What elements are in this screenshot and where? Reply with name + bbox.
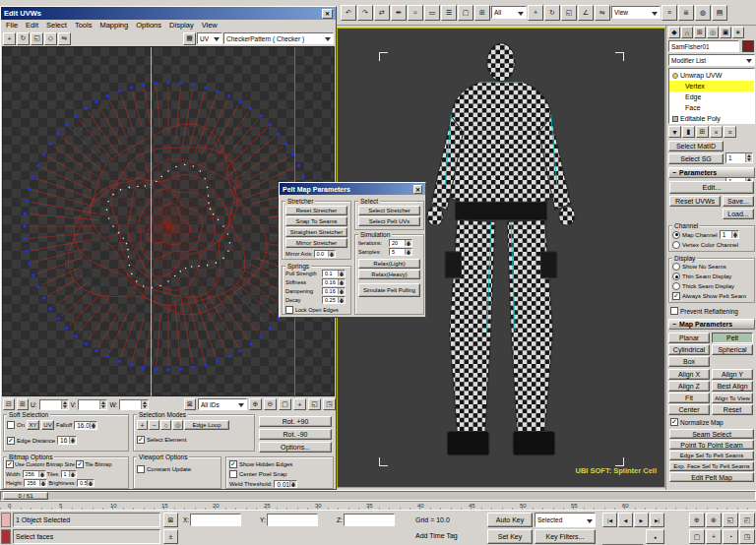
zoom-in-icon[interactable]: ⊕ <box>249 398 262 410</box>
menu-select[interactable]: Select <box>43 21 70 30</box>
absolute-mode-icon[interactable]: ⊟ <box>3 398 15 410</box>
shrink-selection-icon[interactable]: − <box>149 420 159 430</box>
time-slider-handle[interactable]: 0 / 61 <box>3 492 48 500</box>
z-field[interactable] <box>344 514 395 526</box>
falloff-spinner[interactable]: 16.0 <box>74 421 97 430</box>
use-custom-bitmap-size-checkbox[interactable] <box>6 460 14 468</box>
edge-distance-spinner[interactable]: 16 <box>57 436 77 445</box>
unlink-icon[interactable]: ⇹ <box>391 5 407 21</box>
tab-create-icon[interactable]: ◆ <box>668 27 680 38</box>
maxscript-macro-pane[interactable] <box>1 513 11 527</box>
selection-filter-dropdown[interactable]: All <box>491 6 527 19</box>
options-button[interactable]: Options... <box>259 442 332 453</box>
thin-seam-radio[interactable] <box>672 272 680 280</box>
select-object-icon[interactable]: ▭ <box>424 5 440 21</box>
menu-view[interactable]: View <box>199 21 220 30</box>
reset-uvws-button[interactable]: Reset UVWs <box>669 196 721 207</box>
go-start-icon[interactable]: |◀ <box>602 513 617 527</box>
vertex-color-radio[interactable] <box>672 241 680 249</box>
tile-bitmap-checkbox[interactable] <box>76 460 84 468</box>
select-matid-button[interactable]: Select MatID <box>668 141 724 151</box>
lock-selection-icon[interactable]: ⊠ <box>163 513 178 527</box>
x-field[interactable] <box>190 514 241 526</box>
stiffness-spinner[interactable]: 0.16 <box>322 278 346 286</box>
maximize-viewport-icon[interactable]: ◳ <box>739 529 755 544</box>
grow-selection-icon[interactable]: + <box>137 420 148 430</box>
material-editor-icon[interactable]: ◍ <box>695 5 711 21</box>
samples-spinner[interactable]: 5 <box>389 248 412 256</box>
snap-toggle-icon[interactable]: ∠ <box>578 5 594 21</box>
stack-item-editable-poly[interactable]: Editable Poly <box>669 113 754 124</box>
pin-stack-icon[interactable]: ▼ <box>668 126 681 138</box>
pull-strength-spinner[interactable]: 0.1 <box>322 270 346 277</box>
align-z-button[interactable]: Align Z <box>668 381 710 392</box>
cylindrical-button[interactable]: Cylindrical <box>668 344 710 355</box>
texture-dropdown[interactable]: CheckerPattern ( Checker ) <box>223 32 334 44</box>
decay-spinner[interactable]: 0.25 <box>322 296 346 304</box>
ref-coord-dropdown[interactable]: View <box>611 6 661 19</box>
tab-motion-icon[interactable]: ◎ <box>707 27 719 38</box>
tab-utilities-icon[interactable]: ∗ <box>732 27 744 38</box>
weld-threshold-spinner[interactable]: 0.01 <box>274 480 297 488</box>
edit-pelt-map-button[interactable]: Edit Pelt Map <box>669 472 754 482</box>
tab-display-icon[interactable]: ▣ <box>720 27 731 38</box>
menu-mapping[interactable]: Mapping <box>96 21 131 30</box>
straighten-stretcher-button[interactable]: Straighten Stretcher <box>285 227 347 237</box>
key-selection-dropdown[interactable]: Selected <box>535 513 596 527</box>
tab-modify-icon[interactable]: ∩ <box>681 27 693 38</box>
center-button[interactable]: Center <box>668 404 710 415</box>
simulate-pelt-pulling-button[interactable]: Simulate Pelt Pulling <box>358 283 420 297</box>
render-icon[interactable]: ▤ <box>712 5 727 21</box>
zoom-region-icon[interactable]: ▢ <box>279 398 291 410</box>
u-field[interactable] <box>39 399 69 410</box>
relax-heavy-button[interactable]: Relax(Heavy) <box>358 270 420 279</box>
prevent-reflattening-checkbox[interactable] <box>670 307 678 315</box>
rotate-icon[interactable]: ↻ <box>17 32 30 45</box>
select-by-name-icon[interactable]: ☰ <box>441 5 457 21</box>
planar-button[interactable]: Planar <box>668 333 710 343</box>
mirror-axis-spinner[interactable]: 0.0 <box>314 250 336 258</box>
arc-rotate-icon[interactable]: ◔ <box>723 529 738 544</box>
configure-modifier-icon[interactable]: ≡ <box>724 126 736 138</box>
align-y-button[interactable]: Align Y <box>712 369 753 380</box>
redo-icon[interactable]: ↷ <box>357 5 373 21</box>
close-icon[interactable]: ✕ <box>413 185 422 194</box>
stack-item-unwrap-uvw[interactable]: Unwrap UVW <box>669 70 754 81</box>
menu-options[interactable]: Options <box>133 21 164 30</box>
v-field[interactable] <box>78 399 107 410</box>
add-time-tag[interactable]: Add Time Tag <box>415 532 458 539</box>
bind-spacewarp-icon[interactable]: ≈ <box>408 5 423 21</box>
stack-item-edge[interactable]: Edge <box>669 91 754 102</box>
height-spinner[interactable]: 256 <box>24 479 47 487</box>
layer-manager-icon[interactable]: ≣ <box>678 5 694 21</box>
absolute-offset-mode-icon[interactable]: ± <box>163 529 178 544</box>
select-link-icon[interactable]: ⇄ <box>374 5 390 21</box>
freeform-icon[interactable]: ◇ <box>44 32 57 45</box>
zoom-extents-icon[interactable]: ◱ <box>723 513 738 527</box>
move-icon[interactable]: + <box>528 5 543 21</box>
region-select-icon[interactable]: ▢ <box>458 5 473 21</box>
select-pelt-uvs-button[interactable]: Select Pelt UVs <box>358 216 420 226</box>
align-to-view-button[interactable]: Align To View <box>712 393 753 403</box>
rotate-minus-90-button[interactable]: Rot. -90 <box>259 429 332 440</box>
uv-coord-dropdown[interactable]: UV <box>197 32 222 44</box>
xy-button[interactable]: XY <box>27 420 39 430</box>
edit-uvws-titlebar[interactable]: Edit UVWs ✕ <box>1 7 336 20</box>
map-parameters-rollout-header[interactable]: Map Parameters <box>668 319 755 330</box>
set-key-button[interactable]: Set Key <box>487 529 533 544</box>
reset-stretcher-button[interactable]: Reset Stretcher <box>285 206 347 215</box>
seam-select-button[interactable]: Seam Select <box>669 429 754 439</box>
mirror-icon[interactable]: ⇋ <box>595 5 610 21</box>
move-icon[interactable]: + <box>3 32 16 45</box>
material-id-filter-dropdown[interactable]: All IDs <box>198 398 247 410</box>
edge-loop-button[interactable]: Edge Loop <box>184 420 229 430</box>
load-uvws-button[interactable]: Load... <box>723 209 754 219</box>
ring-selection-icon[interactable]: ○ <box>160 420 171 430</box>
edge-sel-to-pelt-seams-button[interactable]: Edge Sel To Pelt Seams <box>669 451 754 460</box>
zoom-extents-all-icon[interactable]: ◰ <box>739 513 755 527</box>
select-sg-button[interactable]: Select SG <box>668 153 724 164</box>
menu-display[interactable]: Display <box>166 21 197 30</box>
box-button[interactable]: Box <box>668 356 710 367</box>
exp-face-sel-to-pelt-seams-button[interactable]: Exp. Face Sel To Pelt Seams <box>669 461 754 471</box>
maxscript-listener-pane[interactable] <box>1 529 11 544</box>
